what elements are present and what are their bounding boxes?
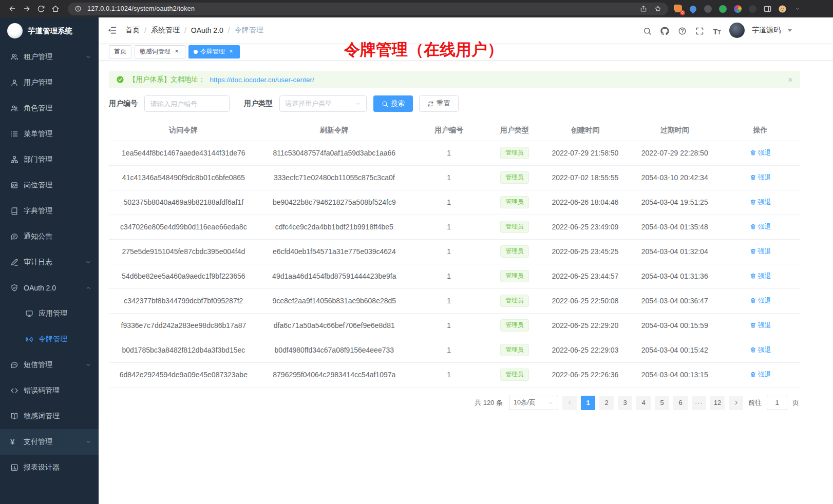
star-icon[interactable] xyxy=(653,4,663,14)
prev-page-button[interactable] xyxy=(562,396,577,410)
force-logout-button[interactable]: 强退 xyxy=(750,247,771,256)
sidebar-item-部门管理[interactable]: 部门管理 xyxy=(0,147,99,172)
sidebar-item-敏感词管理[interactable]: 敏感词管理 xyxy=(0,403,99,429)
page-button-1[interactable]: 1 xyxy=(581,396,595,410)
chevron-down-icon[interactable] xyxy=(788,29,792,32)
force-logout-button[interactable]: 强退 xyxy=(750,222,771,231)
font-size-icon[interactable]: TT xyxy=(712,25,722,35)
sidebar-item-字典管理[interactable]: 字典管理 xyxy=(0,198,99,224)
close-tab-icon[interactable]: × xyxy=(173,48,180,55)
page-size-select[interactable]: 10条/页 xyxy=(509,396,558,410)
sidebar-item-令牌管理[interactable]: 令牌管理 xyxy=(0,326,99,352)
sidebar-item-短信管理[interactable]: 短信管理 xyxy=(0,352,99,378)
breadcrumb-item[interactable]: 首页 xyxy=(125,26,140,35)
reset-button[interactable]: 重置 xyxy=(419,95,459,112)
cell-access-token: 41c41346a548490f9dc8b01c6bfe0865 xyxy=(109,165,258,190)
extension-blue-icon[interactable] xyxy=(688,4,698,14)
page-button-4[interactable]: 4 xyxy=(636,396,651,410)
token-icon xyxy=(25,335,33,343)
sidebar-item-OAuth 2.0[interactable]: OAuth 2.0 xyxy=(0,275,99,301)
info-icon[interactable] xyxy=(73,4,83,14)
sidebar-item-角色管理[interactable]: 角色管理 xyxy=(0,95,99,121)
extension-color-icon[interactable] xyxy=(733,4,743,14)
extension-badge: 0 xyxy=(680,10,685,15)
delete-icon xyxy=(750,223,756,230)
reload-icon[interactable] xyxy=(34,2,48,16)
user-type-tag: 管理员 xyxy=(500,295,529,307)
doc-link[interactable]: https://doc.iocoder.cn/user-center/ xyxy=(210,76,314,84)
force-logout-button[interactable]: 强退 xyxy=(750,272,771,281)
menu-label: 用户管理 xyxy=(24,78,52,87)
cell-refresh-token: e6cfd40eb1f54571a31e775e039c4624 xyxy=(258,239,410,264)
sidebar-item-应用管理[interactable]: 应用管理 xyxy=(0,301,99,326)
table-row: 275e5de9151045fe87cbdc395e004f4de6cfd40e… xyxy=(109,239,800,264)
page-button-12[interactable]: 12 xyxy=(710,396,725,410)
sidebar-item-报表设计器[interactable]: 报表设计器 xyxy=(0,455,99,480)
sidebar-item-岗位管理[interactable]: 岗位管理 xyxy=(0,172,99,198)
force-logout-button[interactable]: 强退 xyxy=(750,370,771,379)
fullscreen-icon[interactable] xyxy=(694,25,705,35)
menu-label: 错误码管理 xyxy=(24,386,60,395)
force-logout-button[interactable]: 强退 xyxy=(750,148,771,158)
tab-敏感词管理[interactable]: 敏感词管理× xyxy=(135,45,185,59)
force-logout-button[interactable]: 强退 xyxy=(750,198,771,207)
breadcrumb-item[interactable]: OAuth 2.0 xyxy=(191,26,223,34)
help-icon[interactable] xyxy=(677,25,687,35)
user-avatar[interactable] xyxy=(729,23,745,38)
sidebar-item-错误码管理[interactable]: 错误码管理 xyxy=(0,378,99,403)
hamburger-icon[interactable] xyxy=(107,25,117,35)
extension-dark-icon[interactable] xyxy=(703,4,713,14)
force-logout-button[interactable]: 强退 xyxy=(750,345,771,355)
delete-icon xyxy=(750,346,756,353)
token-table: 访问令牌刷新令牌用户编号用户类型创建时间过期时间操作 1ea5e44f8bc14… xyxy=(109,120,800,387)
back-icon[interactable] xyxy=(5,2,20,16)
cell-access-token: 502375b8040a469a9b82188afdf6af1f xyxy=(109,190,258,215)
sidebar-item-审计日志[interactable]: 审计日志 xyxy=(0,249,99,275)
address-bar[interactable]: 127.0.0.1:1024/system/oauth2/token xyxy=(68,3,668,15)
profile-avatar-icon[interactable] xyxy=(778,4,787,14)
user-type-tag: 管理员 xyxy=(500,319,529,332)
menu-label: 字典管理 xyxy=(24,206,52,216)
extension-paw-icon[interactable] xyxy=(748,4,758,14)
sidebar-menu: 租户管理用户管理角色管理菜单管理部门管理岗位管理字典管理通知公告审计日志OAut… xyxy=(0,44,99,504)
username[interactable]: 芋道源码 xyxy=(752,26,781,35)
tab-首页[interactable]: 首页 xyxy=(109,45,131,59)
home-icon[interactable] xyxy=(48,2,63,16)
search-button[interactable]: 搜索 xyxy=(373,95,413,112)
chevron-down-icon[interactable] xyxy=(792,4,802,14)
sidebar-item-支付管理[interactable]: ¥支付管理 xyxy=(0,429,99,455)
split-view-icon[interactable] xyxy=(763,4,772,14)
breadcrumb-item[interactable]: 系统管理 xyxy=(151,26,180,35)
page-button-5[interactable]: 5 xyxy=(655,396,669,410)
cell-access-token: c347026e805e4d99b0d116eae66eda8c xyxy=(109,215,258,239)
close-tab-icon[interactable]: × xyxy=(228,48,235,55)
close-alert-icon[interactable]: × xyxy=(788,75,793,84)
search-icon[interactable] xyxy=(642,25,652,35)
sidebar-item-租户管理[interactable]: 租户管理 xyxy=(0,44,99,70)
sidebar-item-菜单管理[interactable]: 菜单管理 xyxy=(0,121,99,147)
cell-refresh-token: 8796295f04064c2983414cc54af1097a xyxy=(258,362,410,387)
more-pages-button[interactable]: ··· xyxy=(692,396,706,410)
sidebar-item-用户管理[interactable]: 用户管理 xyxy=(0,70,99,95)
sidebar-item-通知公告[interactable]: 通知公告 xyxy=(0,224,99,249)
tab-令牌管理[interactable]: 令牌管理× xyxy=(188,45,240,59)
next-page-button[interactable] xyxy=(729,396,743,410)
extension-green-icon[interactable] xyxy=(718,4,728,14)
forward-icon[interactable] xyxy=(20,2,34,16)
cell-refresh-token: dfa6c71a50a54c66bef706ef9e6e8d81 xyxy=(258,313,410,338)
user-type-select[interactable]: 请选择用户类型 xyxy=(279,95,367,112)
github-icon[interactable] xyxy=(659,25,670,35)
force-logout-button[interactable]: 强退 xyxy=(750,296,771,305)
force-logout-button[interactable]: 强退 xyxy=(750,173,771,182)
page-button-2[interactable]: 2 xyxy=(599,396,614,410)
page-button-3[interactable]: 3 xyxy=(618,396,632,410)
goto-page-input[interactable] xyxy=(767,396,787,410)
menu-label: 报表设计器 xyxy=(24,463,60,472)
page-button-6[interactable]: 6 xyxy=(673,396,688,410)
force-logout-button[interactable]: 强退 xyxy=(750,321,771,330)
extension-orange-icon[interactable]: 0 xyxy=(673,4,683,14)
user-id-input[interactable] xyxy=(144,95,230,112)
cell-expire-time: 2054-03-04 01:32:04 xyxy=(629,239,721,264)
app-logo[interactable]: 芋道管理系统 xyxy=(0,17,99,44)
share-icon[interactable] xyxy=(638,4,649,14)
